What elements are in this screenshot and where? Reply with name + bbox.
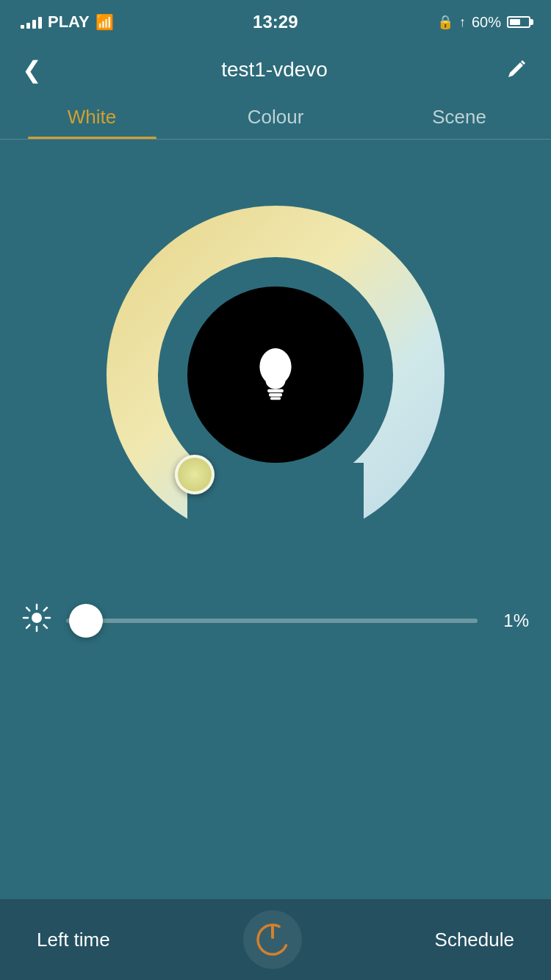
power-icon	[254, 921, 291, 958]
svg-rect-6	[269, 393, 282, 397]
page-title: test1-vdevo	[221, 58, 328, 82]
pencil-icon	[507, 57, 529, 79]
tab-white[interactable]: White	[0, 96, 184, 139]
brightness-slider[interactable]	[66, 602, 478, 639]
svg-rect-7	[270, 397, 281, 400]
power-button[interactable]	[243, 910, 302, 969]
tab-scene[interactable]: Scene	[367, 96, 551, 139]
brightness-value: 1%	[492, 610, 529, 631]
header: ❮ test1-vdevo	[0, 44, 551, 96]
battery-icon	[507, 16, 530, 28]
svg-line-15	[44, 608, 47, 610]
ring-center[interactable]	[187, 287, 364, 463]
battery-percent: 60%	[472, 14, 501, 31]
wifi-icon: 📶	[96, 13, 114, 31]
svg-line-14	[44, 624, 47, 627]
left-time-button[interactable]: Left time	[37, 929, 110, 951]
schedule-button[interactable]: Schedule	[435, 929, 514, 951]
bottom-bar: Left time Schedule	[0, 899, 551, 980]
status-right: 🔒 ↑ 60%	[437, 14, 530, 31]
tab-colour[interactable]: Colour	[184, 96, 367, 139]
signal-icon	[21, 15, 42, 29]
edit-button[interactable]	[507, 57, 529, 84]
svg-point-4	[259, 348, 291, 385]
main-content: 1%	[0, 140, 551, 654]
status-left: PLAY 📶	[21, 12, 114, 32]
brightness-slider-area: 1%	[22, 602, 529, 639]
svg-line-16	[26, 624, 29, 627]
temperature-thumb[interactable]	[175, 455, 215, 494]
brightness-icon	[22, 603, 51, 639]
tab-bar: White Colour Scene	[0, 96, 551, 140]
carrier-label: PLAY	[48, 12, 90, 32]
clock-display: 13:29	[253, 12, 298, 32]
lock-icon: 🔒	[437, 14, 453, 30]
sun-icon	[22, 603, 51, 633]
bulb-icon	[242, 342, 309, 408]
slider-track	[66, 619, 478, 623]
status-bar: PLAY 📶 13:29 🔒 ↑ 60%	[0, 0, 551, 44]
svg-rect-5	[267, 389, 284, 393]
slider-thumb[interactable]	[69, 604, 103, 638]
svg-line-13	[26, 608, 29, 610]
color-temperature-ring[interactable]	[92, 191, 459, 558]
back-button[interactable]: ❮	[22, 56, 42, 84]
location-icon: ↑	[459, 15, 466, 30]
svg-point-8	[32, 613, 42, 623]
